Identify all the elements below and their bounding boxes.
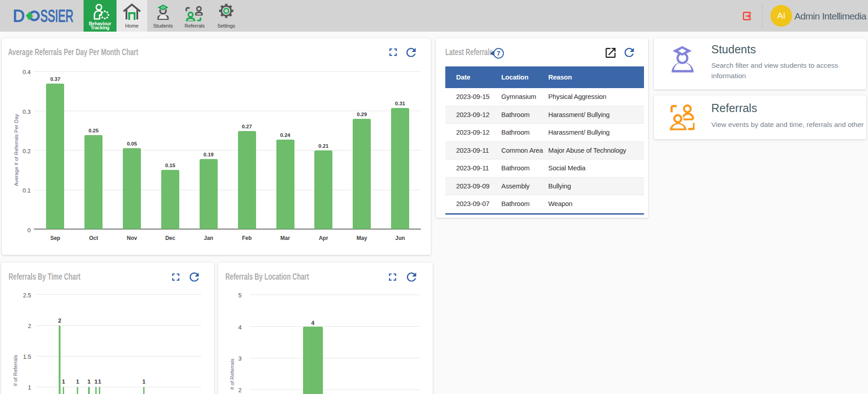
svg-text:7: 7 <box>497 50 500 57</box>
svg-text:SSIER: SSIER <box>41 7 74 25</box>
svg-text:D: D <box>14 7 25 25</box>
